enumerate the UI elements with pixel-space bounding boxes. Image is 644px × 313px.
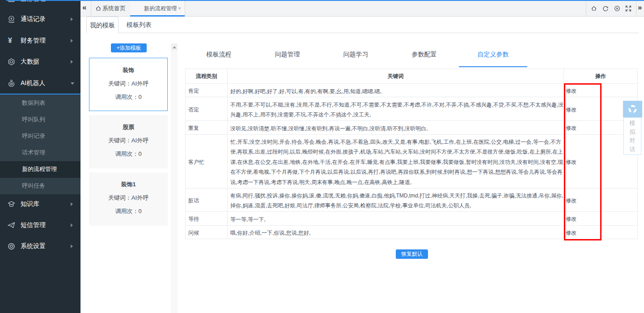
svg-text:¥: ¥ (10, 17, 13, 21)
